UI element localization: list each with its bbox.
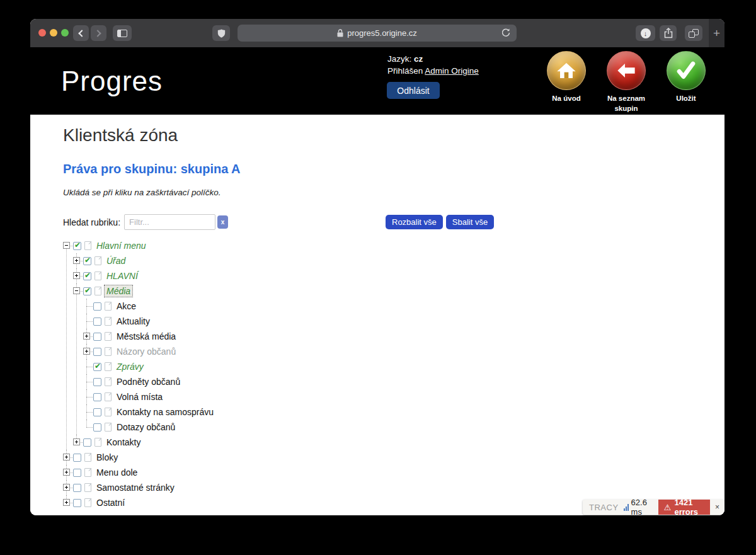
expand-all-button[interactable]: Rozbalit vše	[386, 215, 443, 229]
expand-plus-icon[interactable]	[83, 348, 90, 355]
tree-node-label[interactable]: Názory občanů	[115, 346, 178, 357]
site-logo: Progres	[61, 67, 163, 95]
account-info: Jazyk: cz Přihlášen Admin Origine	[387, 53, 479, 77]
tree-node-label[interactable]: Ostatní	[94, 497, 127, 508]
minimize-window-button[interactable]	[50, 29, 57, 37]
collapse-minus-icon[interactable]	[63, 242, 70, 249]
tree-node-label[interactable]: Úřad	[105, 255, 127, 266]
tree-checkbox[interactable]	[73, 242, 81, 250]
tree-checkbox[interactable]	[83, 272, 91, 280]
home-button[interactable]: Na úvod	[541, 51, 592, 113]
tree-checkbox[interactable]	[73, 469, 81, 477]
tree-node-label[interactable]: Bloky	[94, 452, 120, 463]
page-icon	[84, 241, 91, 250]
tree-checkbox[interactable]	[73, 499, 81, 507]
expand-plus-icon[interactable]	[63, 469, 70, 476]
clear-filter-button[interactable]: x	[217, 215, 228, 229]
page-icon	[105, 302, 112, 311]
arrow-left-icon	[607, 51, 646, 90]
tree-checkbox[interactable]	[73, 484, 81, 492]
browser-window: progres5.origine.cz +	[30, 19, 724, 515]
collapse-minus-icon[interactable]	[73, 287, 80, 294]
expand-plus-icon[interactable]	[73, 257, 80, 264]
page-title: Klientská zóna	[63, 125, 178, 146]
page-icon	[105, 377, 112, 386]
tree-checkbox[interactable]	[93, 408, 101, 416]
tree-checkbox[interactable]	[83, 287, 91, 295]
tree-node-label[interactable]: Dotazy občanů	[115, 421, 177, 433]
tracy-time: 62.6 ms	[631, 500, 658, 515]
tree-node-label[interactable]: Podněty občanů	[115, 376, 182, 387]
tree-node-label[interactable]: Samostatné stránky	[94, 482, 176, 493]
page-icon	[105, 408, 112, 416]
save-button[interactable]: Uložit	[661, 51, 711, 113]
tree-checkbox[interactable]	[93, 348, 101, 356]
tabs-icon	[689, 29, 699, 38]
page-icon	[94, 438, 101, 447]
screen: progres5.origine.cz +	[0, 0, 756, 555]
expand-plus-icon[interactable]	[73, 438, 80, 445]
tree-node-label[interactable]: Kontakty	[105, 437, 142, 448]
page-icon	[105, 423, 112, 432]
tree-checkbox[interactable]	[83, 438, 91, 447]
sidebar-toggle-button[interactable]	[113, 25, 132, 41]
expand-plus-icon[interactable]	[63, 454, 70, 461]
download-icon	[641, 28, 651, 38]
tree-node-label[interactable]: Akce	[115, 300, 138, 312]
tree-node-label[interactable]: Městská média	[115, 331, 178, 342]
tracy-close-button[interactable]: ×	[710, 503, 724, 512]
tree-node-label[interactable]: HLAVNÍ	[105, 270, 140, 282]
zoom-window-button[interactable]	[61, 29, 69, 37]
shield-icon	[217, 28, 226, 38]
tree-checkbox[interactable]	[93, 318, 101, 326]
tree-checkbox[interactable]	[93, 378, 101, 386]
tab-overview-button[interactable]	[685, 25, 702, 41]
tree-checkbox[interactable]	[93, 393, 101, 401]
tree-checkbox[interactable]	[93, 363, 101, 371]
tree-node-label[interactable]: Média	[105, 285, 132, 297]
chevron-left-icon	[78, 30, 85, 37]
logged-row: Přihlášen Admin Origine	[387, 65, 479, 77]
tree-node-label[interactable]: Kontakty na samosprávu	[115, 406, 215, 418]
tree-checkbox[interactable]	[93, 302, 101, 311]
tree-node-label[interactable]: Menu dole	[94, 467, 139, 478]
tree-node: Podněty občanů	[83, 374, 215, 389]
logged-in-user-link[interactable]: Admin Origine	[425, 66, 479, 76]
privacy-report-button[interactable]	[212, 25, 230, 41]
reload-icon[interactable]	[501, 28, 511, 38]
expand-plus-icon[interactable]	[83, 333, 90, 340]
page-icon	[84, 498, 91, 507]
filter-input[interactable]	[124, 214, 215, 230]
tree-node-label[interactable]: Hlavní menu	[94, 240, 148, 251]
expand-plus-icon[interactable]	[63, 484, 70, 491]
tracy-errors-badge[interactable]: 1421 errors	[658, 500, 710, 515]
check-icon	[667, 51, 706, 90]
address-bar[interactable]: progres5.origine.cz	[238, 25, 517, 42]
page-icon	[94, 272, 101, 280]
back-to-groups-button[interactable]: Na seznam skupin	[601, 51, 651, 113]
forward-button[interactable]	[91, 25, 106, 41]
tree-node-label[interactable]: Volná místa	[115, 391, 164, 403]
back-button[interactable]	[73, 25, 89, 41]
share-button[interactable]	[660, 25, 677, 41]
collapse-all-button[interactable]: Sbalit vše	[446, 215, 494, 229]
tree-checkbox[interactable]	[73, 454, 81, 462]
tree-node-label[interactable]: Aktuality	[115, 316, 152, 327]
page-content: Klientská zóna Práva pro skupinu: skupin…	[30, 115, 724, 515]
page-icon	[105, 332, 112, 341]
new-tab-button[interactable]: +	[709, 19, 724, 47]
sidebar-icon	[117, 30, 127, 37]
tree-node: Kontakty na samosprávu	[83, 404, 215, 420]
tree-node: Zprávy	[83, 359, 215, 374]
tree-checkbox[interactable]	[83, 257, 91, 265]
downloads-button[interactable]	[636, 25, 655, 41]
autosave-note: Ukládá se při kliku na zaškrtávací políč…	[63, 188, 221, 197]
expand-plus-icon[interactable]	[73, 272, 80, 279]
expand-plus-icon[interactable]	[63, 499, 70, 506]
logout-button[interactable]: Odhlásit	[387, 82, 440, 99]
group-rights-heading: Práva pro skupinu: skupina A	[63, 162, 241, 176]
tree-checkbox[interactable]	[93, 333, 101, 341]
tree-node-label[interactable]: Zprávy	[115, 361, 146, 372]
close-window-button[interactable]	[38, 29, 46, 37]
tree-checkbox[interactable]	[93, 423, 101, 432]
